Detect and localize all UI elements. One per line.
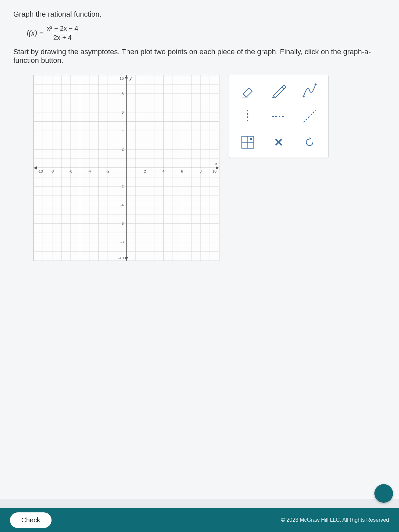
graph-canvas[interactable]: 2 4 6 8 10 -2 -4 -6 -8 -10 2 4 6 8 10 (33, 75, 219, 261)
check-button[interactable]: Check (10, 512, 52, 528)
svg-text:4: 4 (122, 129, 124, 133)
svg-text:2: 2 (144, 169, 146, 173)
svg-line-71 (304, 110, 316, 122)
svg-text:10: 10 (120, 76, 124, 80)
copyright-text: © 2023 McGraw Hill LLC. All Rights Reser… (281, 517, 389, 523)
svg-text:10: 10 (212, 169, 216, 173)
svg-text:-8: -8 (120, 240, 124, 244)
eraser-tool[interactable] (236, 80, 259, 100)
svg-point-68 (315, 84, 316, 85)
bottom-bar: Check © 2023 McGraw Hill LLC. All Rights… (0, 508, 399, 532)
svg-text:-2: -2 (120, 185, 124, 189)
svg-text:-10: -10 (118, 256, 124, 260)
reset-tool[interactable] (298, 132, 321, 152)
tick-labels: 2 4 6 8 10 -2 -4 -6 -8 -10 2 4 6 8 10 (38, 76, 216, 260)
svg-marker-43 (34, 166, 37, 170)
svg-text:-6: -6 (69, 169, 72, 173)
svg-marker-45 (125, 257, 128, 261)
svg-text:2: 2 (122, 147, 124, 151)
formula-denominator: 2x + 4 (52, 33, 73, 42)
oblique-asymptote-tool[interactable] (298, 106, 321, 126)
svg-point-75 (250, 138, 252, 140)
x-icon: ✕ (274, 136, 283, 149)
curve-tool[interactable] (298, 80, 321, 100)
svg-text:-6: -6 (120, 221, 124, 225)
svg-text:6: 6 (181, 169, 183, 173)
pencil-tool[interactable] (267, 80, 290, 100)
clear-tool[interactable]: ✕ (267, 132, 290, 152)
svg-text:8: 8 (200, 169, 201, 173)
point-grid-tool[interactable] (236, 132, 259, 152)
fx-lhs: f(x) = (27, 29, 44, 38)
svg-text:-8: -8 (51, 169, 54, 173)
formula-numerator: x² − 2x − 4 (46, 25, 80, 33)
horizontal-asymptote-tool[interactable] (267, 106, 290, 126)
svg-text:8: 8 (122, 92, 124, 96)
svg-text:-4: -4 (120, 203, 124, 207)
svg-text:-10: -10 (38, 169, 43, 173)
prompt-line2: Start by drawing the asymptotes. Then pl… (13, 48, 386, 65)
svg-text:-2: -2 (106, 169, 109, 173)
svg-point-67 (303, 96, 304, 97)
drawing-toolbox: ✕ (229, 75, 329, 158)
x-axis-label: x (215, 162, 217, 166)
prompt-line1: Graph the rational function. (13, 10, 386, 19)
svg-text:-4: -4 (88, 169, 91, 173)
vertical-asymptote-tool[interactable] (236, 106, 259, 126)
help-fab[interactable] (374, 484, 393, 503)
svg-text:4: 4 (163, 169, 165, 173)
y-axis-label: y (129, 76, 132, 81)
function-formula: f(x) = x² − 2x − 4 2x + 4 (27, 25, 386, 42)
svg-marker-44 (125, 75, 128, 78)
svg-text:6: 6 (122, 110, 124, 114)
